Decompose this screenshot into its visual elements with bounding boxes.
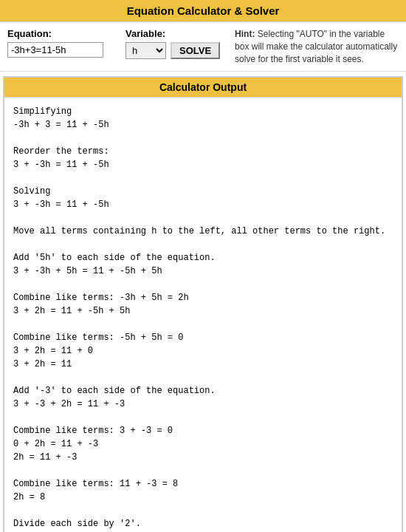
- variable-label: Variable:: [125, 28, 220, 39]
- output-header: Calculator Output: [4, 78, 402, 98]
- hint-section: Hint: Selecting "AUTO" in the variable b…: [235, 28, 399, 65]
- variable-section: Variable: h AUTO SOLVE: [125, 28, 220, 59]
- output-container: Calculator Output Simplifying -3h + 3 = …: [3, 76, 403, 532]
- variable-select[interactable]: h AUTO: [125, 42, 166, 59]
- equation-label: Equation:: [7, 28, 103, 39]
- solve-button[interactable]: SOLVE: [171, 42, 220, 59]
- equation-input[interactable]: [7, 42, 103, 58]
- output-body: Simplifying -3h + 3 = 11 + -5h Reorder t…: [4, 98, 402, 532]
- hint-text: Selecting "AUTO" in the variable box wil…: [235, 29, 397, 64]
- equation-section: Equation:: [7, 28, 103, 58]
- input-row: Equation: Variable: h AUTO SOLVE Hint: S…: [0, 22, 406, 72]
- variable-row: h AUTO SOLVE: [125, 42, 220, 59]
- page-title: Equation Calculator & Solver: [0, 0, 406, 22]
- hint-label: Hint:: [235, 29, 255, 39]
